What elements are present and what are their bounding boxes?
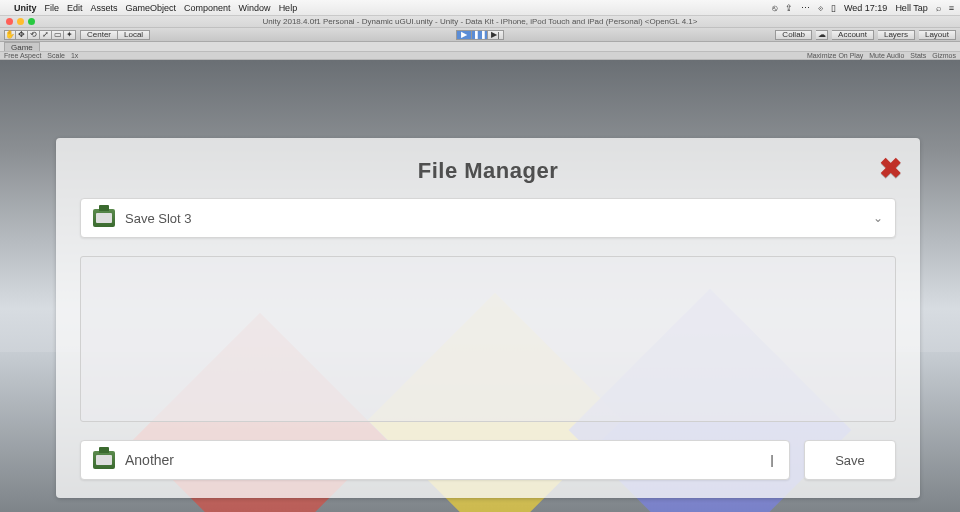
bluetooth-icon[interactable]: ⟐ — [818, 3, 823, 13]
save-slot-label: Save Slot 3 — [125, 211, 192, 226]
save-slot-dropdown[interactable]: Save Slot 3 ⌄ — [80, 198, 896, 238]
scale-tool-icon[interactable]: ⤢ — [40, 30, 52, 40]
gizmos-toggle[interactable]: Gizmos — [932, 52, 956, 59]
battery-icon[interactable]: ▯ — [831, 3, 836, 13]
search-icon[interactable]: ⌕ — [936, 3, 941, 13]
save-name-input[interactable] — [125, 452, 723, 468]
cloud-icon[interactable]: ☁ — [816, 30, 828, 40]
close-button[interactable]: ✖ — [879, 152, 902, 185]
text-cursor-icon: ❘ — [767, 453, 777, 467]
status-icon: ⎋ — [772, 3, 777, 13]
maximize-on-play-toggle[interactable]: Maximize On Play — [807, 52, 863, 59]
menu-file[interactable]: File — [45, 3, 60, 13]
window-title: Unity 2018.4.0f1 Personal - Dynamic uGUI… — [0, 17, 960, 26]
play-button[interactable]: ▶ — [456, 30, 472, 40]
transform-tools: ✋ ✥ ⟲ ⤢ ▭ ✦ — [4, 30, 76, 40]
pause-button[interactable]: ❚❚ — [472, 30, 488, 40]
menu-gameobject[interactable]: GameObject — [126, 3, 177, 13]
user-name[interactable]: Hell Tap — [895, 3, 927, 13]
menu-icon[interactable]: ≡ — [949, 3, 954, 13]
mac-menubar: Unity File Edit Assets GameObject Compon… — [0, 0, 960, 16]
game-view: File Manager ✖ Save Slot 3 ⌄ ❘ Save — [0, 60, 960, 512]
file-manager-panel: File Manager ✖ Save Slot 3 ⌄ ❘ Save — [56, 138, 920, 498]
menu-help[interactable]: Help — [279, 3, 298, 13]
panel-title: File Manager — [80, 158, 896, 184]
layout-dropdown[interactable]: Layout — [919, 30, 956, 40]
chevron-down-icon: ⌄ — [873, 211, 883, 225]
panel-tabs: Game — [0, 42, 960, 52]
save-file-icon — [93, 451, 115, 469]
transform-tool-icon[interactable]: ✦ — [64, 30, 76, 40]
tab-game[interactable]: Game — [4, 42, 40, 51]
menu-assets[interactable]: Assets — [91, 3, 118, 13]
unity-toolbar: ✋ ✥ ⟲ ⤢ ▭ ✦ Center Local ▶ ❚❚ ▶| Collab … — [0, 28, 960, 42]
scale-label: Scale — [47, 52, 65, 59]
status-icon: ⇪ — [785, 3, 793, 13]
rotate-tool-icon[interactable]: ⟲ — [28, 30, 40, 40]
rect-tool-icon[interactable]: ▭ — [52, 30, 64, 40]
mute-audio-toggle[interactable]: Mute Audio — [869, 52, 904, 59]
hand-tool-icon[interactable]: ✋ — [4, 30, 16, 40]
save-preview-area — [80, 256, 896, 422]
scale-value[interactable]: 1x — [71, 52, 78, 59]
clock[interactable]: Wed 17:19 — [844, 3, 887, 13]
wifi-icon[interactable]: ⋯ — [801, 3, 810, 13]
collab-dropdown[interactable]: Collab — [775, 30, 812, 40]
pivot-toggle[interactable]: Center — [80, 30, 118, 40]
save-slot-icon — [93, 209, 115, 227]
menu-edit[interactable]: Edit — [67, 3, 83, 13]
save-button[interactable]: Save — [804, 440, 896, 480]
save-name-field[interactable]: ❘ — [80, 440, 790, 480]
game-view-prefs: Free Aspect Scale 1x Maximize On Play Mu… — [0, 52, 960, 60]
menu-window[interactable]: Window — [239, 3, 271, 13]
stats-toggle[interactable]: Stats — [910, 52, 926, 59]
step-button[interactable]: ▶| — [488, 30, 504, 40]
menu-component[interactable]: Component — [184, 3, 231, 13]
layers-dropdown[interactable]: Layers — [878, 30, 915, 40]
aspect-dropdown[interactable]: Free Aspect — [4, 52, 41, 59]
unity-window-titlebar: Unity 2018.4.0f1 Personal - Dynamic uGUI… — [0, 16, 960, 28]
account-dropdown[interactable]: Account — [832, 30, 874, 40]
handle-toggle[interactable]: Local — [118, 30, 150, 40]
move-tool-icon[interactable]: ✥ — [16, 30, 28, 40]
menu-app[interactable]: Unity — [14, 3, 37, 13]
